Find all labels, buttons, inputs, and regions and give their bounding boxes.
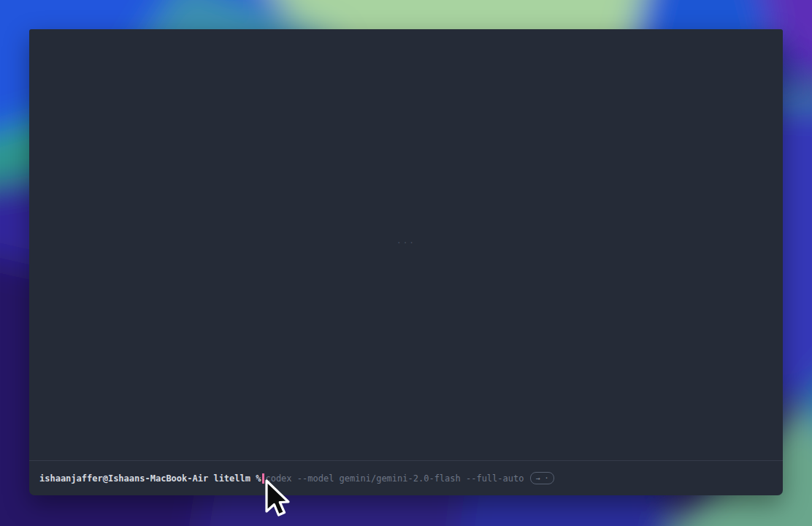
accept-suggestion-key-hint-badge: → · bbox=[530, 472, 554, 484]
terminal-window[interactable]: ... ishaanjaffer@Ishaans-MacBook-Air lit… bbox=[29, 29, 783, 495]
terminal-output-area: ... bbox=[29, 29, 783, 460]
shell-prompt: ishaanjaffer@Ishaans-MacBook-Air litellm… bbox=[39, 473, 261, 484]
terminal-loading-ellipsis: ... bbox=[29, 236, 783, 245]
terminal-prompt-bar[interactable]: ishaanjaffer@Ishaans-MacBook-Air litellm… bbox=[29, 461, 783, 495]
text-cursor bbox=[262, 473, 264, 484]
autosuggestion-text: codex --model gemini/gemini-2.0-flash --… bbox=[265, 473, 524, 484]
